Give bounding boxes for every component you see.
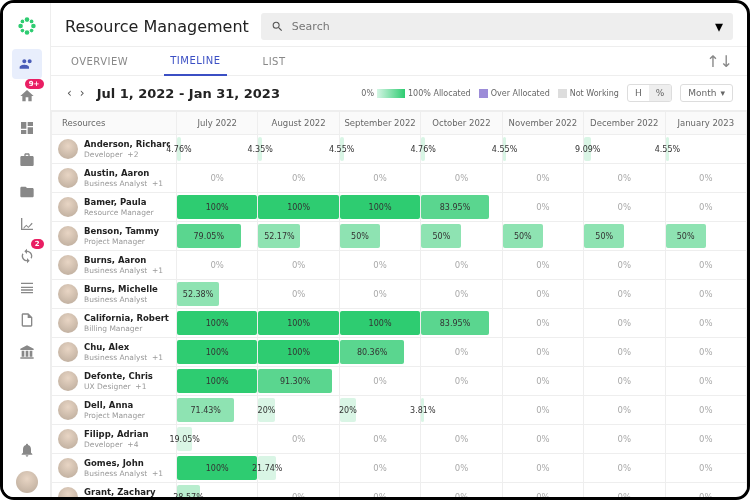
avatar bbox=[58, 458, 78, 478]
resource-name: Bamer, Paula bbox=[84, 197, 154, 207]
resource-row[interactable]: Defonte, ChrisUX Designer +1100%91.30%0%… bbox=[52, 367, 747, 396]
avatar bbox=[58, 371, 78, 391]
allocation-cell: 50% bbox=[584, 222, 665, 251]
search-icon bbox=[271, 20, 284, 33]
allocation-cell: 0% bbox=[584, 251, 665, 280]
legend-zero: 0% bbox=[361, 89, 374, 98]
allocation-grid[interactable]: ResourcesJuly 2022August 2022September 2… bbox=[51, 111, 747, 497]
allocation-cell: 0% bbox=[421, 454, 502, 483]
notification-badge: 9+ bbox=[25, 79, 44, 89]
allocation-cell: 100% bbox=[177, 338, 258, 367]
nav-people-icon[interactable] bbox=[12, 49, 42, 79]
search-input[interactable] bbox=[292, 20, 707, 33]
resource-name: Dell, Anna bbox=[84, 400, 145, 410]
nav-bell-icon[interactable] bbox=[12, 435, 42, 465]
resource-row[interactable]: Austin, AaronBusiness Analyst +10%0%0%0%… bbox=[52, 164, 747, 193]
allocation-cell: 100% bbox=[258, 338, 339, 367]
resource-role: Resource Manager bbox=[84, 208, 154, 217]
allocation-cell: 4.55% bbox=[339, 135, 420, 164]
resource-row[interactable]: Anderson, RichardDeveloper +24.76%4.35%4… bbox=[52, 135, 747, 164]
resource-row[interactable]: Benson, TammyProject Manager79.05%52.17%… bbox=[52, 222, 747, 251]
resource-row[interactable]: Grant, ZacharyQA +128.57%0%0%0%0%0%0% bbox=[52, 483, 747, 498]
allocation-cell: 100% bbox=[258, 309, 339, 338]
next-arrow[interactable]: › bbox=[78, 84, 87, 102]
nav-contacts-icon[interactable] bbox=[12, 273, 42, 303]
allocation-cell: 71.43% bbox=[177, 396, 258, 425]
resource-role: Business Analyst +1 bbox=[84, 469, 163, 478]
nav-briefcase-icon[interactable] bbox=[12, 145, 42, 175]
resource-role: Billing Manager bbox=[84, 324, 169, 333]
allocation-cell: 0% bbox=[502, 454, 583, 483]
resource-row[interactable]: Chu, AlexBusiness Analyst +1100%100%80.3… bbox=[52, 338, 747, 367]
allocation-cell: 0% bbox=[502, 425, 583, 454]
resource-name: Gomes, John bbox=[84, 458, 163, 468]
allocation-cell: 83.95% bbox=[421, 193, 502, 222]
avatar bbox=[58, 197, 78, 217]
allocation-cell: 50% bbox=[339, 222, 420, 251]
avatar bbox=[58, 139, 78, 159]
nav-avatar-icon[interactable] bbox=[12, 467, 42, 497]
month-header: November 2022 bbox=[502, 112, 583, 135]
chevron-down-icon[interactable]: ▾ bbox=[715, 17, 723, 36]
nav-folder-icon[interactable] bbox=[12, 177, 42, 207]
svg-point-2 bbox=[18, 24, 23, 29]
nav-home-icon[interactable]: 9+ bbox=[12, 81, 42, 111]
allocation-cell: 21.74% bbox=[258, 454, 339, 483]
allocation-cell: 100% bbox=[339, 309, 420, 338]
month-header: October 2022 bbox=[421, 112, 502, 135]
avatar bbox=[58, 168, 78, 188]
legend-full: 100% Allocated bbox=[408, 89, 471, 98]
avatar bbox=[58, 255, 78, 275]
allocation-cell: 0% bbox=[421, 367, 502, 396]
resource-role: Business Analyst +1 bbox=[84, 266, 163, 275]
allocation-cell: 0% bbox=[258, 483, 339, 498]
resource-row[interactable]: Dell, AnnaProject Manager71.43%20%20%3.8… bbox=[52, 396, 747, 425]
gradient-swatch bbox=[377, 89, 405, 98]
resource-row[interactable]: Burns, AaronBusiness Analyst +10%0%0%0%0… bbox=[52, 251, 747, 280]
allocation-cell: 0% bbox=[665, 367, 746, 396]
svg-point-4 bbox=[20, 20, 24, 24]
allocation-cell: 0% bbox=[421, 280, 502, 309]
allocation-cell: 0% bbox=[665, 309, 746, 338]
resource-row[interactable]: Bamer, PaulaResource Manager100%100%100%… bbox=[52, 193, 747, 222]
nav-document-icon[interactable] bbox=[12, 305, 42, 335]
allocation-cell: 9.09% bbox=[584, 135, 665, 164]
nav-dashboard-icon[interactable] bbox=[12, 113, 42, 143]
allocation-cell: 0% bbox=[584, 425, 665, 454]
tab-list[interactable]: LIST bbox=[257, 48, 292, 75]
svg-point-0 bbox=[24, 17, 29, 22]
toggle-hours[interactable]: H bbox=[628, 85, 649, 101]
resource-role: Business Analyst +1 bbox=[84, 353, 163, 362]
toggle-percent[interactable]: % bbox=[649, 85, 672, 101]
nav-chart-icon[interactable] bbox=[12, 209, 42, 239]
search-bar[interactable]: ▾ bbox=[261, 13, 733, 40]
resource-role: Business Analyst +1 bbox=[84, 179, 163, 188]
sort-icon[interactable]: ↑↓ bbox=[706, 52, 733, 71]
period-select[interactable]: Month▾ bbox=[680, 84, 733, 102]
resource-name: Burns, Michelle bbox=[84, 284, 158, 294]
allocation-cell: 0% bbox=[421, 483, 502, 498]
resource-name: Chu, Alex bbox=[84, 342, 163, 352]
prev-arrow[interactable]: ‹ bbox=[65, 84, 74, 102]
nav-bank-icon[interactable] bbox=[12, 337, 42, 367]
allocation-cell: 100% bbox=[177, 193, 258, 222]
resource-row[interactable]: Gomes, JohnBusiness Analyst +1100%21.74%… bbox=[52, 454, 747, 483]
allocation-cell: 20% bbox=[339, 396, 420, 425]
allocation-cell: 91.30% bbox=[258, 367, 339, 396]
allocation-cell: 80.36% bbox=[339, 338, 420, 367]
tab-timeline[interactable]: TIMELINE bbox=[164, 47, 226, 76]
tab-overview[interactable]: OVERVIEW bbox=[65, 48, 134, 75]
allocation-cell: 0% bbox=[502, 251, 583, 280]
resource-row[interactable]: Filipp, AdrianDeveloper +419.05%0%0%0%0%… bbox=[52, 425, 747, 454]
resources-header: Resources bbox=[52, 112, 177, 135]
allocation-cell: 0% bbox=[421, 251, 502, 280]
allocation-cell: 4.55% bbox=[502, 135, 583, 164]
allocation-cell: 0% bbox=[339, 483, 420, 498]
resource-row[interactable]: Burns, MichelleBusiness Analyst52.38%0%0… bbox=[52, 280, 747, 309]
top-bar: Resource Management ▾ bbox=[51, 3, 747, 47]
resource-row[interactable]: California, RobertBilling Manager100%100… bbox=[52, 309, 747, 338]
allocation-cell: 0% bbox=[258, 425, 339, 454]
nav-sync-icon[interactable]: 2 bbox=[12, 241, 42, 271]
allocation-cell: 0% bbox=[665, 483, 746, 498]
svg-point-5 bbox=[29, 20, 33, 24]
